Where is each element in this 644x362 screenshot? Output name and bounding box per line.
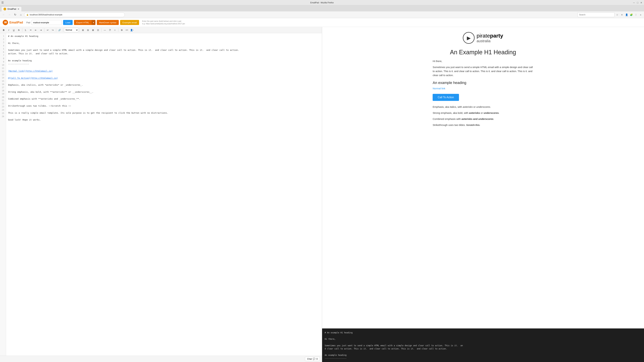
maximize-button[interactable]: □ bbox=[636, 1, 639, 4]
extensions-icon[interactable]: 🧩 bbox=[629, 13, 633, 17]
insert-hr-button[interactable]: — bbox=[102, 28, 107, 32]
star-button[interactable]: ☆ bbox=[112, 28, 117, 32]
home-button[interactable]: ⌂ bbox=[18, 12, 23, 17]
line-number: 14 bbox=[1, 76, 5, 79]
editor-line bbox=[8, 94, 320, 97]
user-icon[interactable]: 👤 bbox=[624, 13, 628, 17]
preview-logo: ▶ pirateparty australia bbox=[329, 32, 638, 44]
menu-icon[interactable]: ☰ bbox=[1, 1, 4, 4]
window-controls-right: ─ □ ✕ bbox=[632, 1, 643, 4]
link-button[interactable]: 🔗 bbox=[57, 28, 62, 32]
url-text: localhost:3005/load/mailout-example bbox=[30, 13, 62, 16]
bookmark-icon[interactable]: ☆ bbox=[615, 13, 619, 17]
editor-line: Emphasis, aka italics, with *asterisks* … bbox=[8, 83, 320, 87]
logo-icon: ✉ bbox=[3, 20, 8, 25]
editor-line: This is a really simple email template. … bbox=[8, 111, 320, 115]
line-number: 3 bbox=[1, 41, 5, 44]
export-dropdown-button[interactable]: ▾ bbox=[92, 20, 96, 25]
editor-line bbox=[8, 38, 320, 41]
app-container: ✉ EmailPad Pad Load Export HTML ▾ MarkDo… bbox=[0, 18, 644, 362]
chat-button[interactable]: Chat 💬 0 bbox=[305, 357, 320, 361]
search-input[interactable] bbox=[578, 12, 614, 17]
line-number: 8 bbox=[1, 57, 5, 60]
line-number: 4 bbox=[1, 44, 5, 47]
preview-email: ▶ pirateparty australia An Example H1 He… bbox=[322, 27, 644, 329]
preview-normal-link[interactable]: Normal link bbox=[433, 87, 533, 90]
line-number: 21 bbox=[1, 99, 5, 102]
active-tab[interactable]: U EmailPad ✕ bbox=[1, 6, 22, 11]
pad-controls: Pad Load Export HTML ▾ MarkDown syntax E… bbox=[26, 20, 641, 25]
editor-pane: B I U S ⁣1. •• ⇤ ⇥ ↩ ↪ 🔗 Normal Heading … bbox=[0, 27, 322, 362]
align-center-button[interactable]: ⊟ bbox=[86, 28, 90, 32]
separator-2 bbox=[44, 28, 44, 32]
undo-button[interactable]: ↩ bbox=[45, 28, 50, 32]
line-number: 16 bbox=[1, 83, 5, 86]
strikethrough-button[interactable]: S bbox=[16, 28, 21, 32]
redo-button[interactable]: ↪ bbox=[50, 28, 55, 32]
line-number: 18 bbox=[1, 89, 5, 92]
markdown-syntax-button[interactable]: MarkDown syntax bbox=[97, 20, 119, 25]
editor-line bbox=[8, 108, 320, 111]
bold-button[interactable]: B bbox=[1, 28, 6, 32]
bookmarks-icon[interactable]: ≡ bbox=[620, 13, 624, 17]
align-right-button[interactable]: ⊠ bbox=[90, 28, 95, 32]
editor-toolbar: B I U S ⁣1. •• ⇤ ⇥ ↩ ↪ 🔗 Normal Heading … bbox=[0, 27, 322, 33]
editor-content[interactable]: 1234567891011121314151617181920212223242… bbox=[0, 33, 322, 356]
refresh-button[interactable]: ↻ bbox=[13, 12, 18, 17]
editor-line: action. This is it. and clear call to ac… bbox=[8, 52, 320, 55]
overflow-icon[interactable]: » bbox=[639, 13, 643, 17]
editor-line: Strikethrough uses two tildes. ~~Scratch… bbox=[8, 104, 320, 108]
ordered-list-button[interactable]: ⁣1. bbox=[23, 28, 28, 32]
cta-link-text: @[Call To Action](http://htmlemail.io) bbox=[8, 77, 58, 79]
preview-cta-button[interactable]: Call To Action bbox=[433, 94, 459, 101]
separator-6 bbox=[101, 28, 102, 32]
tab-favicon: U bbox=[4, 8, 6, 10]
style-select[interactable]: Normal Heading 1 Heading 2 Heading 3 bbox=[64, 28, 78, 32]
justify-button[interactable]: ⊡ bbox=[96, 28, 100, 32]
preview-body: An Example H1 Heading Hi there, Sometime… bbox=[433, 49, 533, 127]
editor-line bbox=[8, 45, 320, 48]
preview-h1: An Example H1 Heading bbox=[433, 49, 533, 56]
preview-logo-circle: ▶ bbox=[463, 32, 474, 44]
editor-text[interactable]: # An example H1 heading Hi there, Someti… bbox=[6, 33, 322, 356]
clock-button[interactable]: ⏱ bbox=[108, 28, 112, 32]
tab-label: EmailPad bbox=[8, 8, 16, 10]
line-number: 10 bbox=[1, 63, 5, 67]
menu-dots-icon[interactable]: ⋮ bbox=[634, 13, 638, 17]
chat-count: 0 bbox=[316, 358, 318, 360]
italic-button[interactable]: I bbox=[6, 28, 11, 32]
editor-line bbox=[8, 101, 320, 104]
load-button[interactable]: Load bbox=[63, 20, 73, 25]
code-button[interactable]: </> bbox=[124, 28, 129, 32]
url-bar[interactable]: 🔒 localhost:3005/load/mailout-example bbox=[24, 12, 125, 17]
underline-button[interactable]: U bbox=[12, 28, 16, 32]
preview-pane: ▶ pirateparty australia An Example H1 He… bbox=[322, 27, 644, 362]
forward-button[interactable]: → bbox=[7, 12, 12, 17]
editor-line bbox=[8, 122, 320, 125]
editor-line: Strong emphasis, aka bold, with **asteri… bbox=[8, 90, 320, 94]
separator-3 bbox=[56, 28, 56, 32]
line-number: 1 bbox=[1, 34, 5, 38]
outdent-button[interactable]: ⇤ bbox=[34, 28, 38, 32]
indent-button[interactable]: ⇥ bbox=[38, 28, 43, 32]
close-button[interactable]: ✕ bbox=[640, 1, 643, 4]
line-number: 2 bbox=[1, 38, 5, 41]
back-button[interactable]: ← bbox=[1, 12, 6, 17]
line-number: 19 bbox=[1, 92, 5, 95]
align-left-button[interactable]: ⊞ bbox=[80, 28, 85, 32]
main-area: B I U S ⁣1. •• ⇤ ⇥ ↩ ↪ 🔗 Normal Heading … bbox=[0, 27, 644, 362]
minimize-button[interactable]: ─ bbox=[632, 1, 635, 4]
unordered-list-button[interactable]: •• bbox=[28, 28, 33, 32]
pad-name-input[interactable] bbox=[32, 20, 62, 25]
users-button[interactable]: 👤1 bbox=[130, 28, 134, 32]
tab-close-button[interactable]: ✕ bbox=[18, 8, 20, 10]
export-html-button[interactable]: Export HTML bbox=[74, 20, 92, 25]
settings-button[interactable]: ⚙ bbox=[120, 28, 124, 32]
example-email-button[interactable]: Example email bbox=[120, 20, 139, 25]
editor-line: Good luck! Hope it works. bbox=[8, 118, 320, 122]
chat-label: Chat bbox=[307, 358, 312, 360]
pad-label: Pad bbox=[26, 21, 30, 24]
line-numbers: 1234567891011121314151617181920212223242… bbox=[0, 33, 6, 356]
line-number: 7 bbox=[1, 54, 5, 57]
editor-line: # An example H1 heading bbox=[8, 34, 320, 38]
